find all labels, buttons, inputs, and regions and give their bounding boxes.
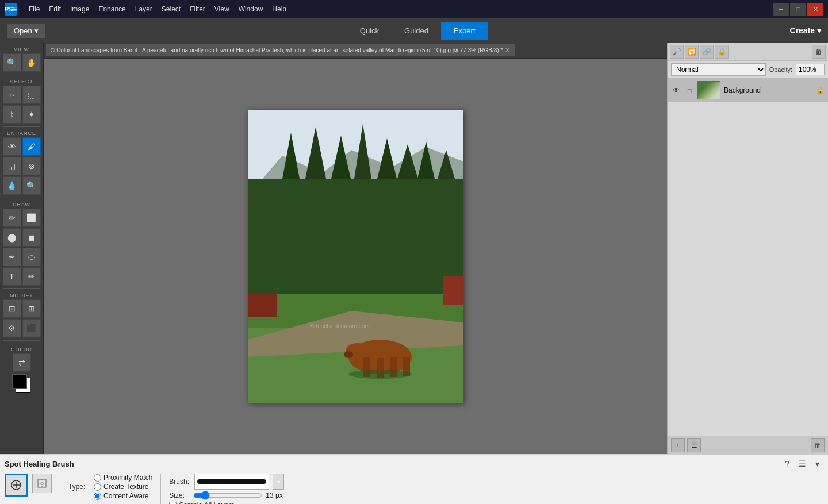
proximity-match-option[interactable]: Proximity Match [94,474,152,482]
size-slider[interactable] [193,491,262,500]
menu-image[interactable]: Image [66,3,94,16]
window-controls: ─ □ ✕ [773,3,823,16]
brush-row: Brush: ▾ [169,474,284,490]
gradient-tool[interactable]: ◼ [22,228,41,247]
menu-enhance[interactable]: Enhance [94,3,130,16]
maximize-button[interactable]: □ [790,3,806,16]
create-new-layer-btn[interactable]: 🔎 [670,45,684,59]
delete-layer-btn[interactable]: 🗑 [812,45,826,59]
create-button[interactable]: Create ▾ [790,26,821,35]
close-tab-icon[interactable]: ✕ [505,47,510,54]
layer-item[interactable]: 👁 ◻ Background 🔒 [668,79,828,102]
layer-link-icon: ◻ [685,86,694,95]
left-toolbar: VIEW 🔍 ✋ SELECT ↔ ⬚ ⌇ ✦ ENHANCE 👁 🖌 ◱ ⊚ … [0,43,44,454]
red-eye-tool[interactable]: 👁 [3,137,21,156]
magic-wand-tool[interactable]: ✦ [22,105,41,124]
brush-stroke-visual [197,479,266,484]
open-button[interactable]: Open ▾ [7,24,45,38]
content-move-tool[interactable]: ⬛ [22,319,41,337]
menu-help[interactable]: Help [267,3,291,16]
blend-mode-select[interactable]: NormalDissolveMultiplyScreenOverlay [671,63,766,76]
menu-select[interactable]: Select [157,3,185,16]
type-label-row: Type: Proximity Match Create Texture Con… [68,474,152,500]
sample-all-layers-checkbox[interactable] [169,502,177,505]
pencil-tool[interactable]: ✒ [3,248,21,266]
layers-toolbar: 🔎 🔁 🔗 🔒 🗑 [668,43,828,61]
proximity-match-radio[interactable] [94,474,101,482]
rotate-layer-btn[interactable]: 🔁 [685,45,699,59]
lasso-tool[interactable]: ⌇ [3,105,21,124]
brush-dropdown-button[interactable]: ▾ [273,474,284,490]
marquee-tool[interactable]: ⬚ [22,86,41,104]
menu-filter[interactable]: Filter [185,3,210,16]
eraser-tool[interactable]: ⬜ [22,209,41,227]
layer-menu-button[interactable]: ☰ [687,438,701,452]
clone-stamp-tool[interactable]: ◱ [3,157,21,175]
lock-layer-btn[interactable]: 🔒 [715,45,729,59]
smudge-tool[interactable]: ✏ [22,267,41,286]
add-layer-button[interactable]: ＋ [671,438,685,452]
menu-edit[interactable]: Edit [44,3,66,16]
opacity-input[interactable] [796,64,825,75]
hand-tool[interactable]: ✋ [22,53,41,72]
content-aware-radio[interactable] [94,493,101,500]
tab-expert[interactable]: Expert [441,22,488,40]
draw-tools-2: ⬤ ◼ [1,228,42,247]
svg-rect-29 [38,479,46,487]
brush-tool[interactable]: ✏ [3,209,21,227]
tab-quick[interactable]: Quick [347,22,392,40]
expand-icon-button[interactable]: ▾ [811,457,823,470]
tool-preview-active [5,474,28,497]
menu-layer[interactable]: Layer [131,3,157,16]
color-tools: ⇄ [13,353,31,372]
blur-tool[interactable]: 💧 [3,176,21,195]
enhance-section-label: ENHANCE [1,129,42,137]
create-texture-radio[interactable] [94,483,101,491]
close-button[interactable]: ✕ [807,3,823,16]
document-tab[interactable]: © Colorful Landscapes from Barot - A pea… [46,44,515,56]
brush-stroke-preview[interactable] [194,474,269,490]
foreground-color[interactable] [12,374,27,389]
view-tools: 🔍 ✋ [1,53,42,72]
sample-row: Sample All Layers [169,501,284,504]
opacity-label: Opacity: [769,66,792,73]
delete-layer-button[interactable]: 🗑 [811,438,825,452]
swap-colors-tool[interactable]: ⇄ [13,353,31,372]
color-boxes[interactable] [10,373,34,395]
crop-tool[interactable]: ⊡ [3,299,21,318]
move-tool[interactable]: ↔ [3,86,21,104]
view-section-label: VIEW [1,45,42,53]
layer-visibility-toggle[interactable]: 👁 [671,85,681,95]
menu-file[interactable]: File [24,3,44,16]
tool-options-content: Type: Proximity Match Create Texture Con… [5,474,823,504]
content-aware-option[interactable]: Content Aware [94,492,152,500]
help-icon-button[interactable]: ? [781,457,793,470]
sample-all-layers-option[interactable]: Sample All Layers [169,501,234,504]
type-options: Type: Proximity Match Create Texture Con… [68,474,152,500]
create-texture-option[interactable]: Create Texture [94,483,152,491]
shape-tool[interactable]: ⬭ [22,248,41,266]
menu-window[interactable]: Window [234,3,268,16]
size-row: Size: 13 px [169,491,284,500]
content-aware-label: Content Aware [103,492,149,500]
healing-brush-tool[interactable]: ⊚ [22,157,41,175]
create-texture-label: Create Texture [103,483,149,491]
straighten-tool[interactable]: ⚙ [3,319,21,337]
photo-canvas[interactable]: © teachindaemoro.com [248,110,463,403]
paint-bucket-tool[interactable]: ⬤ [3,228,21,247]
title-bar: PSE File Edit Image Enhance Layer Select… [0,0,828,18]
main-area: VIEW 🔍 ✋ SELECT ↔ ⬚ ⌇ ✦ ENHANCE 👁 🖌 ◱ ⊚ … [0,43,828,454]
minimize-button[interactable]: ─ [773,3,789,16]
dodge-tool[interactable]: 🔍 [22,176,41,195]
type-tool[interactable]: T [3,267,21,286]
brush-size-options: Brush: ▾ Size: 13 px Sample All Layers [169,474,284,504]
menu-icon-button[interactable]: ☰ [796,457,808,470]
zoom-tool[interactable]: 🔍 [3,53,21,72]
link-layer-btn[interactable]: 🔗 [700,45,714,59]
brush-label: Brush: [169,478,190,486]
spot-healing-tool[interactable]: 🖌 [22,137,41,156]
type-label: Type: [68,483,89,491]
menu-view[interactable]: View [210,3,234,16]
tab-guided[interactable]: Guided [392,22,441,40]
recompose-tool[interactable]: ⊞ [22,299,41,318]
